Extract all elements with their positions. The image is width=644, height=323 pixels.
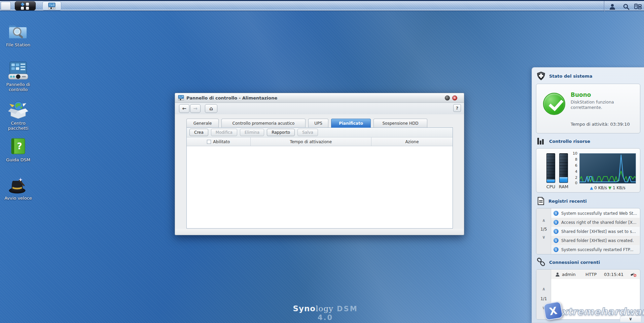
section-title: Controllo risorse: [549, 139, 590, 144]
info-icon: i: [553, 211, 559, 216]
column-tempo-di-attivazione[interactable]: Tempo di attivazione: [251, 137, 371, 146]
connection-user: admin: [562, 272, 585, 277]
desktop-icon-package-center[interactable]: Centro pacchetti: [1, 99, 36, 131]
recent-logs-box: ∧ 1/5 ∨ iSystem successfully started Web…: [536, 208, 640, 254]
log-list: iSystem successfully started Web St... i…: [551, 209, 640, 254]
log-entry[interactable]: iShared folder [XHTest] was created.: [551, 236, 640, 245]
desktop-icon-dsm-help[interactable]: ? Guida DSM: [1, 136, 36, 162]
link-icon: [537, 258, 545, 267]
modifica-button[interactable]: Modifica: [211, 129, 237, 136]
section-current-connections: Connessioni correnti: [537, 258, 600, 267]
tab-controllo-promemoria-acustico[interactable]: Controllo promemoria acustico: [221, 119, 306, 127]
app-grid-icon: [21, 3, 30, 10]
user-menu-button[interactable]: [605, 1, 620, 12]
logs-page-down-chevron[interactable]: ∨: [536, 235, 551, 240]
elimina-button[interactable]: Elimina: [240, 129, 264, 136]
logs-page-indicator: 1/5: [536, 227, 551, 232]
status-good-check-icon: [543, 93, 565, 115]
green-help-book-icon: ?: [1, 136, 36, 155]
close-button[interactable]: ✕: [452, 95, 457, 100]
tab-pianificato[interactable]: Pianificato: [331, 119, 371, 128]
section-resource-monitor: Controllo risorse: [537, 137, 590, 146]
status-description: DiskStation funziona correttamente.: [571, 99, 631, 110]
section-title: Stato del sistema: [549, 74, 592, 79]
control-panel-mini-icon: [48, 3, 56, 9]
column-abilitato[interactable]: Abilitato: [187, 137, 251, 146]
info-icon: i: [553, 247, 559, 252]
ram-label: RAM: [559, 184, 569, 189]
disconnect-icon[interactable]: [630, 272, 636, 277]
upload-arrow-icon: ▲: [590, 186, 593, 190]
connections-page-up-chevron[interactable]: ∧: [536, 286, 551, 291]
uptime-text: Tempo di attività: 03:39:10: [571, 122, 630, 127]
log-entry[interactable]: iSystem successfully restarted FTP...: [551, 245, 640, 254]
window-footer: [175, 229, 464, 235]
tab-sospensione-hdd[interactable]: Sospensione HDD: [373, 119, 427, 127]
log-entry[interactable]: iShared folder [XHTest] was set to s...: [551, 227, 640, 236]
magic-hat-icon: [1, 174, 36, 194]
column-azione[interactable]: Azione: [371, 137, 453, 146]
shield-icon: [537, 72, 545, 80]
search-icon: [623, 3, 630, 10]
forward-button[interactable]: →: [190, 104, 201, 113]
minimize-button[interactable]: [445, 95, 450, 100]
section-system-status: Stato del sistema: [537, 72, 592, 80]
logs-page-up-chevron[interactable]: ∧: [536, 218, 551, 223]
show-desktop-button[interactable]: [1, 2, 11, 10]
toolbar: Crea Modifica Elimina Rapporto Salva: [187, 128, 453, 137]
folder-search-icon: [1, 21, 36, 40]
tab-generale[interactable]: Generale: [186, 119, 219, 127]
connection-row[interactable]: admin HTTP 03:15:41: [551, 270, 640, 279]
desktop-icon-file-station[interactable]: File Station: [1, 21, 36, 47]
desktop-icon-control-panel[interactable]: Pannello di controllo: [1, 60, 36, 92]
log-entry[interactable]: iSystem successfully started Web St...: [551, 209, 640, 218]
log-entry[interactable]: iAccess right of the shared folder [X...: [551, 218, 640, 227]
crea-button[interactable]: Crea: [189, 129, 208, 136]
tab-strip: Generale Controllo promemoria acustico U…: [186, 119, 453, 128]
desktop-icon-label: Centro pacchetti: [1, 121, 36, 131]
salva-button[interactable]: Salva: [297, 129, 318, 136]
y-tick: 0: [569, 181, 577, 185]
select-all-checkbox[interactable]: [207, 140, 211, 144]
package-box-globe-icon: [1, 99, 36, 119]
y-tick: 4: [569, 169, 577, 174]
section-title: Registri recenti: [548, 199, 587, 204]
main-menu-button[interactable]: [15, 1, 36, 10]
user-icon: [609, 3, 616, 10]
section-title: Connessioni correnti: [549, 260, 600, 265]
desktop-icon-label: Pannello di controllo: [1, 82, 36, 92]
info-icon: i: [553, 229, 559, 234]
taskbar: [0, 0, 644, 11]
desktop-icon-quick-start[interactable]: Avvio veloce: [1, 174, 36, 201]
table-header: Abilitato Tempo di attivazione Azione: [187, 137, 453, 146]
desktop-icon-label: Avvio veloce: [1, 196, 36, 201]
connection-protocol: HTTP: [585, 272, 604, 277]
widgets-button[interactable]: [633, 1, 643, 12]
rapporto-button[interactable]: Rapporto: [267, 129, 295, 136]
desktop-icon-label: Guida DSM: [1, 157, 36, 162]
cpu-label: CPU: [546, 184, 556, 189]
home-button[interactable]: ⌂: [205, 104, 217, 113]
info-icon: i: [553, 238, 559, 243]
help-button[interactable]: ?: [453, 104, 461, 112]
info-icon: i: [553, 220, 559, 225]
y-tick: 10: [569, 151, 577, 156]
window-titlebar[interactable]: Pannello di controllo - Alimentazione ✕: [175, 93, 464, 103]
control-panel-window: Pannello di controllo - Alimentazione ✕ …: [175, 93, 464, 235]
table-body-empty[interactable]: [187, 146, 453, 228]
log-document-icon: [537, 197, 545, 205]
control-panel-icon: [1, 60, 36, 80]
tab-ups[interactable]: UPS: [308, 119, 328, 127]
y-tick: 6: [569, 163, 577, 168]
back-button[interactable]: ←: [179, 104, 189, 113]
window-title: Pannello di controllo - Alimentazione: [186, 95, 277, 100]
svg-text:?: ?: [17, 141, 22, 151]
search-button[interactable]: [620, 1, 633, 12]
desktop-icon-label: File Station: [1, 42, 36, 47]
synology-dsm-logo: SynologyDSM 4.0: [285, 304, 366, 322]
xtremehardware-logo-badge: X: [543, 301, 563, 321]
taskbar-item-control-panel[interactable]: [42, 1, 61, 10]
y-tick: 8: [569, 157, 577, 162]
upload-rate: 0 KB/s: [594, 186, 607, 190]
connections-page-indicator: 1/1: [536, 296, 551, 301]
